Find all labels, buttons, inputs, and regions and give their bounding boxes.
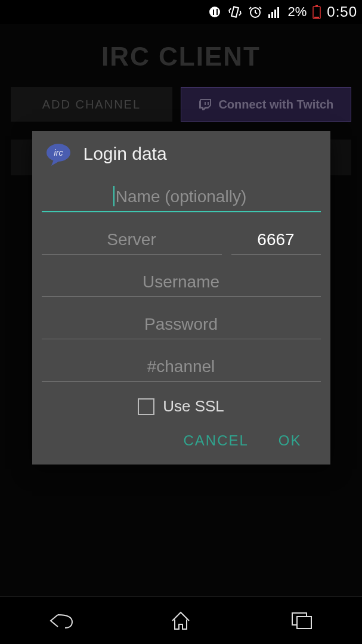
cancel-button[interactable]: CANCEL (183, 432, 248, 449)
text-cursor (113, 186, 115, 206)
svg-rect-1 (268, 14, 270, 18)
server-field[interactable] (42, 221, 222, 255)
svg-rect-6 (315, 5, 318, 7)
battery-percent-text: 2% (287, 4, 307, 20)
svg-rect-4 (277, 7, 279, 18)
back-button[interactable] (42, 606, 78, 636)
status-bar: 2% 0:50 (0, 0, 362, 24)
username-input[interactable] (42, 263, 321, 297)
svg-rect-11 (297, 617, 311, 628)
clock-text: 0:50 (327, 4, 357, 20)
svg-rect-7 (314, 17, 319, 18)
username-field[interactable] (42, 263, 321, 297)
ssl-checkbox[interactable] (138, 398, 154, 415)
server-input[interactable] (42, 221, 222, 255)
channel-input[interactable] (42, 348, 321, 382)
irc-bubble-icon: irc (45, 142, 73, 166)
name-field[interactable] (42, 178, 321, 212)
svg-text:irc: irc (54, 148, 63, 157)
vibrate-icon (228, 5, 242, 19)
home-button[interactable] (163, 606, 199, 636)
battery-icon (313, 5, 321, 19)
modal-overlay: irc Login data (0, 24, 362, 596)
port-field[interactable] (231, 221, 321, 255)
navigation-bar (0, 596, 362, 644)
password-input[interactable] (42, 305, 321, 339)
name-input[interactable] (42, 178, 321, 212)
ssl-row[interactable]: Use SSL (32, 384, 330, 422)
alarm-icon (248, 5, 262, 19)
ssl-label: Use SSL (163, 397, 224, 416)
recent-apps-icon (290, 611, 314, 631)
channel-field[interactable] (42, 348, 321, 382)
port-input[interactable] (231, 221, 321, 255)
signal-icon (268, 6, 281, 18)
ok-button[interactable]: OK (279, 432, 302, 449)
dialog-title: Login data (83, 144, 167, 164)
recent-apps-button[interactable] (284, 606, 320, 636)
nfc-icon (208, 5, 222, 19)
login-dialog: irc Login data (32, 131, 330, 465)
svg-rect-2 (271, 12, 273, 18)
password-field[interactable] (42, 305, 321, 339)
back-icon (46, 611, 75, 630)
home-icon (169, 610, 193, 631)
svg-rect-3 (274, 10, 276, 18)
